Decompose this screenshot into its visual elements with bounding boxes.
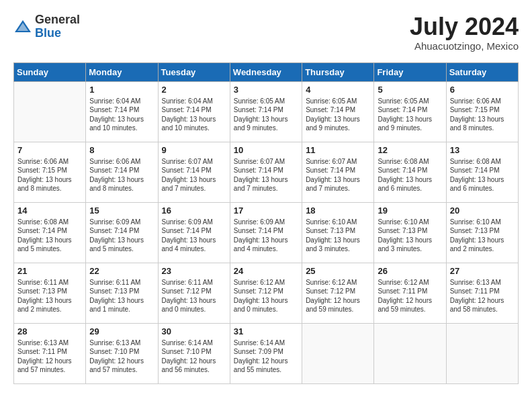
day-info: Sunrise: 6:12 AMSunset: 7:12 PMDaylight:… [234, 278, 298, 314]
day-number: 16 [162, 205, 226, 216]
day-number: 23 [162, 266, 226, 276]
day-info: Sunrise: 6:04 AMSunset: 7:14 PMDaylight:… [89, 97, 154, 133]
day-info: Sunrise: 6:07 AMSunset: 7:14 PMDaylight:… [162, 157, 226, 193]
day-info: Sunrise: 6:07 AMSunset: 7:14 PMDaylight:… [234, 157, 298, 193]
day-number: 11 [306, 145, 370, 155]
day-info: Sunrise: 6:11 AMSunset: 7:12 PMDaylight:… [162, 278, 226, 314]
day-info: Sunrise: 6:12 AMSunset: 7:11 PMDaylight:… [378, 278, 442, 314]
weekday-header: Tuesday [158, 62, 230, 81]
calendar-cell: 15Sunrise: 6:09 AMSunset: 7:14 PMDayligh… [86, 202, 158, 263]
calendar-week-row: 21Sunrise: 6:11 AMSunset: 7:13 PMDayligh… [14, 263, 519, 323]
day-info: Sunrise: 6:10 AMSunset: 7:13 PMDaylight:… [450, 218, 515, 254]
calendar-week-row: 14Sunrise: 6:08 AMSunset: 7:14 PMDayligh… [14, 202, 519, 263]
day-number: 17 [234, 205, 298, 216]
day-number: 24 [234, 266, 298, 276]
calendar-cell: 28Sunrise: 6:13 AMSunset: 7:11 PMDayligh… [14, 323, 86, 383]
logo: General Blue [13, 13, 80, 40]
calendar-cell: 17Sunrise: 6:09 AMSunset: 7:14 PMDayligh… [230, 202, 302, 263]
day-number: 21 [17, 266, 82, 276]
calendar-cell: 3Sunrise: 6:05 AMSunset: 7:14 PMDaylight… [230, 81, 302, 142]
calendar-cell: 12Sunrise: 6:08 AMSunset: 7:14 PMDayligh… [374, 142, 446, 202]
day-info: Sunrise: 6:09 AMSunset: 7:14 PMDaylight:… [89, 218, 154, 254]
day-number: 8 [89, 145, 154, 155]
day-info: Sunrise: 6:08 AMSunset: 7:14 PMDaylight:… [17, 218, 82, 254]
weekday-header: Sunday [14, 62, 86, 81]
day-info: Sunrise: 6:14 AMSunset: 7:10 PMDaylight:… [162, 338, 226, 375]
day-info: Sunrise: 6:10 AMSunset: 7:13 PMDaylight:… [378, 218, 442, 254]
calendar-cell: 9Sunrise: 6:07 AMSunset: 7:14 PMDaylight… [158, 142, 230, 202]
day-info: Sunrise: 6:08 AMSunset: 7:14 PMDaylight:… [378, 157, 442, 193]
day-info: Sunrise: 6:13 AMSunset: 7:11 PMDaylight:… [17, 338, 82, 375]
day-number: 25 [306, 266, 370, 276]
calendar-cell: 11Sunrise: 6:07 AMSunset: 7:14 PMDayligh… [302, 142, 374, 202]
day-info: Sunrise: 6:05 AMSunset: 7:14 PMDaylight:… [306, 97, 370, 133]
calendar-cell [302, 323, 374, 383]
day-number: 22 [89, 266, 154, 276]
calendar-cell: 21Sunrise: 6:11 AMSunset: 7:13 PMDayligh… [14, 263, 86, 323]
calendar-cell: 29Sunrise: 6:13 AMSunset: 7:10 PMDayligh… [86, 323, 158, 383]
day-number: 2 [162, 85, 226, 95]
calendar-week-row: 7Sunrise: 6:06 AMSunset: 7:15 PMDaylight… [14, 142, 519, 202]
calendar-cell: 8Sunrise: 6:06 AMSunset: 7:14 PMDaylight… [86, 142, 158, 202]
calendar-cell: 24Sunrise: 6:12 AMSunset: 7:12 PMDayligh… [230, 263, 302, 323]
day-info: Sunrise: 6:10 AMSunset: 7:13 PMDaylight:… [306, 218, 370, 254]
calendar-cell: 20Sunrise: 6:10 AMSunset: 7:13 PMDayligh… [446, 202, 518, 263]
calendar-cell: 16Sunrise: 6:09 AMSunset: 7:14 PMDayligh… [158, 202, 230, 263]
day-number: 27 [450, 266, 515, 276]
calendar-cell: 5Sunrise: 6:05 AMSunset: 7:14 PMDaylight… [374, 81, 446, 142]
calendar-cell: 6Sunrise: 6:06 AMSunset: 7:15 PMDaylight… [446, 81, 518, 142]
calendar-cell: 25Sunrise: 6:12 AMSunset: 7:12 PMDayligh… [302, 263, 374, 323]
day-number: 26 [378, 266, 442, 276]
day-info: Sunrise: 6:11 AMSunset: 7:13 PMDaylight:… [17, 278, 82, 314]
calendar-cell: 18Sunrise: 6:10 AMSunset: 7:13 PMDayligh… [302, 202, 374, 263]
day-number: 13 [450, 145, 515, 155]
weekday-header: Thursday [302, 62, 374, 81]
day-number: 7 [17, 145, 82, 155]
day-number: 29 [89, 326, 154, 336]
day-info: Sunrise: 6:12 AMSunset: 7:12 PMDaylight:… [306, 278, 370, 314]
day-info: Sunrise: 6:07 AMSunset: 7:14 PMDaylight:… [306, 157, 370, 193]
day-info: Sunrise: 6:05 AMSunset: 7:14 PMDaylight:… [234, 97, 298, 133]
day-number: 12 [378, 145, 442, 155]
calendar-cell: 31Sunrise: 6:14 AMSunset: 7:09 PMDayligh… [230, 323, 302, 383]
calendar-cell: 19Sunrise: 6:10 AMSunset: 7:13 PMDayligh… [374, 202, 446, 263]
weekday-header: Friday [374, 62, 446, 81]
calendar-cell: 1Sunrise: 6:04 AMSunset: 7:14 PMDaylight… [86, 81, 158, 142]
day-number: 18 [306, 205, 370, 216]
title-block: July 2024 Ahuacuotzingo, Mexico [410, 13, 519, 52]
day-number: 30 [162, 326, 226, 336]
day-info: Sunrise: 6:04 AMSunset: 7:14 PMDaylight:… [162, 97, 226, 133]
location: Ahuacuotzingo, Mexico [410, 40, 519, 52]
logo-general: General [35, 13, 80, 26]
day-number: 15 [89, 205, 154, 216]
calendar-cell: 14Sunrise: 6:08 AMSunset: 7:14 PMDayligh… [14, 202, 86, 263]
calendar-cell: 13Sunrise: 6:08 AMSunset: 7:14 PMDayligh… [446, 142, 518, 202]
calendar-cell [14, 81, 86, 142]
day-info: Sunrise: 6:09 AMSunset: 7:14 PMDaylight:… [234, 218, 298, 254]
weekday-header: Monday [86, 62, 158, 81]
calendar-cell [374, 323, 446, 383]
calendar-cell: 4Sunrise: 6:05 AMSunset: 7:14 PMDaylight… [302, 81, 374, 142]
logo-blue: Blue [35, 26, 61, 40]
day-info: Sunrise: 6:08 AMSunset: 7:14 PMDaylight:… [450, 157, 515, 193]
day-info: Sunrise: 6:06 AMSunset: 7:14 PMDaylight:… [89, 157, 154, 193]
weekday-header: Wednesday [230, 62, 302, 81]
day-number: 1 [89, 85, 154, 95]
day-number: 19 [378, 205, 442, 216]
calendar-cell: 30Sunrise: 6:14 AMSunset: 7:10 PMDayligh… [158, 323, 230, 383]
calendar-cell: 10Sunrise: 6:07 AMSunset: 7:14 PMDayligh… [230, 142, 302, 202]
day-info: Sunrise: 6:06 AMSunset: 7:15 PMDaylight:… [450, 97, 515, 133]
day-info: Sunrise: 6:05 AMSunset: 7:14 PMDaylight:… [378, 97, 442, 133]
day-number: 3 [234, 85, 298, 95]
calendar-cell: 22Sunrise: 6:11 AMSunset: 7:13 PMDayligh… [86, 263, 158, 323]
day-info: Sunrise: 6:11 AMSunset: 7:13 PMDaylight:… [89, 278, 154, 314]
day-number: 4 [306, 85, 370, 95]
day-number: 5 [378, 85, 442, 95]
weekday-header: Saturday [446, 62, 518, 81]
calendar-cell: 27Sunrise: 6:13 AMSunset: 7:11 PMDayligh… [446, 263, 518, 323]
day-info: Sunrise: 6:14 AMSunset: 7:09 PMDaylight:… [234, 338, 298, 375]
day-number: 10 [234, 145, 298, 155]
calendar-week-row: 1Sunrise: 6:04 AMSunset: 7:14 PMDaylight… [14, 81, 519, 142]
month-title: July 2024 [410, 13, 519, 40]
logo-icon [13, 17, 32, 36]
